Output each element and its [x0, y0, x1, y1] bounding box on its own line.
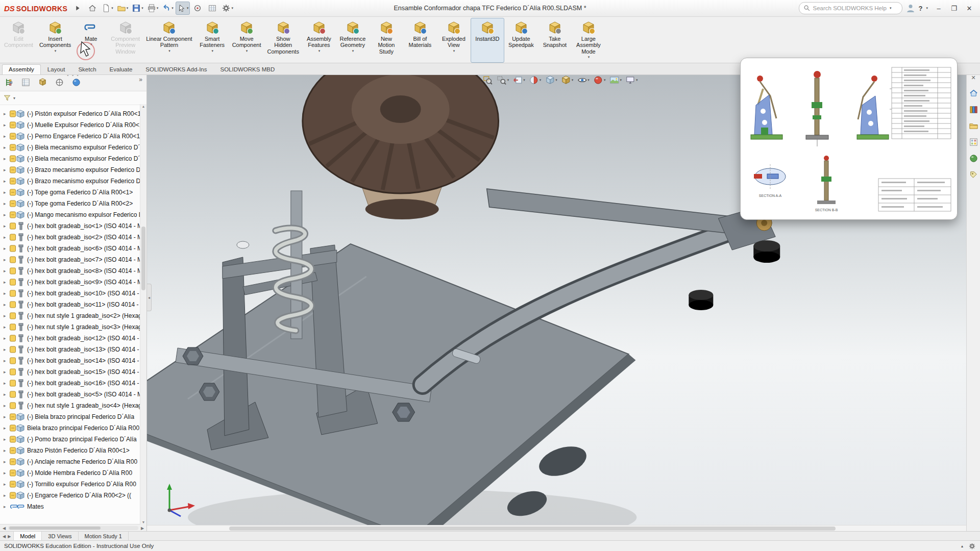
view-orientation-button[interactable]: ▾: [544, 74, 558, 86]
tree-horizontal-scrollbar[interactable]: ◀ ▶: [0, 524, 146, 532]
document-tab[interactable]: Model: [14, 532, 42, 541]
help-button[interactable]: ?: [919, 5, 923, 12]
expander-icon[interactable]: ▸: [4, 212, 9, 217]
expander-icon[interactable]: ▸: [4, 156, 9, 161]
new-doc-button[interactable]: ▾: [100, 2, 115, 15]
user-account-icon[interactable]: [905, 3, 916, 13]
reference-geometry-button[interactable]: Reference Geometry ▾: [336, 18, 370, 63]
expander-icon[interactable]: ▸: [4, 223, 9, 229]
tree-item[interactable]: ▸ (-) Biela mecanismo expulsor Federico …: [0, 153, 146, 164]
expander-icon[interactable]: ▸: [4, 122, 9, 128]
tree-item[interactable]: ▸ (-) Engarce Federico D´Alía R00<2> ((: [0, 490, 146, 501]
options-button[interactable]: ▾: [220, 2, 235, 15]
tree-item[interactable]: ▸ (-) Brazo mecanismo expulsor Federico …: [0, 176, 146, 187]
tree-item[interactable]: ▸ (-) Perno Engarce Federico D´Alía R00<…: [0, 131, 146, 142]
expander-icon[interactable]: ▸: [4, 448, 9, 453]
tree-item[interactable]: ▸ (-) Tope goma Federico D´Alía R00<1>: [0, 187, 146, 198]
tree-item[interactable]: ▸ (-) hex nut style 1 gradeab_iso<3> (He…: [0, 321, 146, 333]
linear-component-pattern-button[interactable]: Linear Component Pattern ▾: [143, 18, 195, 63]
home-button[interactable]: [85, 2, 100, 15]
expander-icon[interactable]: ▸: [4, 336, 9, 341]
view-settings-button[interactable]: ▾: [624, 74, 639, 86]
bill-of-materials-button[interactable]: Bill of Materials: [403, 18, 437, 63]
expander-icon[interactable]: ▸: [4, 257, 9, 262]
tree-item[interactable]: ▸ (-) hex bolt gradeab_iso<16> (ISO 4014…: [0, 378, 146, 389]
tree-item[interactable]: ▸ (-) hex bolt gradeab_iso<5> (ISO 4014 …: [0, 389, 146, 400]
hide-show-button[interactable]: ▾: [576, 74, 591, 86]
panel-chevron[interactable]: »: [139, 76, 142, 83]
select-button[interactable]: ▾: [176, 2, 190, 15]
command-tab[interactable]: SOLIDWORKS Add-Ins: [139, 64, 213, 74]
expander-icon[interactable]: ▸: [4, 134, 9, 139]
tree-item[interactable]: ▸ (-) hex bolt gradeab_iso<11> (ISO 4014…: [0, 299, 146, 310]
minimize-button[interactable]: –: [931, 2, 946, 15]
expander-icon[interactable]: ▸: [4, 179, 9, 184]
expander-icon[interactable]: ▸: [4, 190, 9, 195]
tree-item[interactable]: ▸ (-) hex bolt gradeab_iso<9> (ISO 4014 …: [0, 277, 146, 288]
doc-tabs-right-arrow[interactable]: ▶: [8, 534, 11, 539]
expander-icon[interactable]: ▸: [4, 347, 9, 352]
rubber-stop[interactable]: [753, 240, 780, 263]
command-tab[interactable]: Sketch: [71, 64, 103, 74]
tree-item[interactable]: ▸ (-) hex bolt gradeab_iso<6> (ISO 4014 …: [0, 243, 146, 254]
expander-icon[interactable]: ▸: [4, 167, 9, 172]
print-button[interactable]: ▾: [145, 2, 160, 15]
feature-manager-tab[interactable]: [71, 78, 81, 87]
expander-icon[interactable]: ▸: [4, 201, 9, 206]
h-scroll-thumb[interactable]: [9, 527, 101, 530]
tree-item[interactable]: ▸ (-) Brazo mecanismo expulsor Federico …: [0, 164, 146, 176]
tree-item[interactable]: ▸ (-) hex bolt gradeab_iso<13> (ISO 4014…: [0, 344, 146, 355]
command-tab[interactable]: Assembly: [2, 64, 41, 74]
tree-item[interactable]: ▸ (-) hex bolt gradeab_iso<12> (ISO 4014…: [0, 333, 146, 344]
task-pane-tab[interactable]: [969, 105, 978, 114]
task-pane-tab[interactable]: [969, 170, 978, 180]
tree-item[interactable]: ▸ (-) hex bolt gradeab_iso<2> (ISO 4014 …: [0, 232, 146, 243]
expander-icon[interactable]: ▸: [4, 246, 9, 251]
tree-item[interactable]: ▸ Biela brazo principal Federico D´Alía …: [0, 422, 146, 434]
tree-item[interactable]: ▸ (-) Biela mecanismo expulsor Federico …: [0, 142, 146, 153]
tree-item[interactable]: ▸ (-) hex nut style 1 gradeab_iso<2> (He…: [0, 310, 146, 321]
units-caret[interactable]: ▴: [961, 544, 963, 548]
rubber-stop[interactable]: [689, 290, 713, 310]
tree-item[interactable]: ▸ Brazo Pistón Federico D´Alía R00<1>: [0, 445, 146, 456]
tree-item[interactable]: ▸ (-) Pistón expulsor Federico D´Alía R0…: [0, 108, 146, 119]
filter-icon[interactable]: [3, 94, 11, 102]
take-snapshot-button[interactable]: Take Snapshot: [538, 18, 572, 63]
move-component-button[interactable]: Move Component ▾: [229, 18, 264, 63]
tree-item[interactable]: ▸ (-) hex bolt gradeab_iso<14> (ISO 4014…: [0, 355, 146, 366]
task-pane-tab[interactable]: [969, 88, 978, 98]
task-pane-tab[interactable]: [969, 137, 978, 147]
tree-item[interactable]: ▸ (-) hex bolt gradeab_iso<1> (ISO 4014 …: [0, 220, 146, 232]
expander-icon[interactable]: ▸: [4, 324, 9, 330]
expander-icon[interactable]: ▸: [4, 459, 9, 464]
undo-button[interactable]: ▾: [160, 2, 175, 15]
feature-manager-tab[interactable]: [55, 78, 64, 87]
expander-icon[interactable]: ▸: [4, 504, 9, 509]
scroll-up-arrow[interactable]: ▲: [140, 105, 146, 108]
tree-item[interactable]: ▸ (-) Biela brazo principal Federico D´A…: [0, 411, 146, 422]
expander-icon[interactable]: ▸: [4, 291, 9, 296]
h-scroll-track[interactable]: [8, 526, 138, 530]
save-button[interactable]: ▾: [130, 2, 145, 15]
expander-icon[interactable]: ▸: [4, 437, 9, 442]
previous-view-button[interactable]: ▾: [511, 74, 526, 86]
zoom-area-button[interactable]: ▾: [496, 74, 510, 86]
help-dropdown-caret[interactable]: ▾: [926, 6, 928, 10]
tree-item[interactable]: ▸ (-) Pomo brazo principal Federico D´Al…: [0, 434, 146, 445]
tree-item[interactable]: ▸ (-) hex bolt gradeab_iso<7> (ISO 4014 …: [0, 254, 146, 265]
expander-icon[interactable]: ▸: [4, 414, 9, 419]
assembly-features-button[interactable]: Assembly Features ▾: [302, 18, 336, 63]
viewport-h-scroll-thumb[interactable]: [229, 527, 836, 531]
feature-manager-tab[interactable]: [38, 78, 47, 87]
appearance-button[interactable]: ▾: [592, 74, 607, 86]
command-tab[interactable]: SOLIDWORKS MBD: [213, 64, 281, 74]
tree-item[interactable]: ▸ (-) Mango mecanismo expulsor Federico …: [0, 209, 146, 220]
tree-item[interactable]: ▸ (-) Tornillo expulsor Federico D´Alía …: [0, 479, 146, 490]
exploded-view-button[interactable]: Exploded View ▾: [437, 18, 471, 63]
command-tab[interactable]: Evaluate: [103, 64, 139, 74]
tree-item[interactable]: ▸ (-) hex bolt gradeab_iso<10> (ISO 4014…: [0, 288, 146, 299]
tree-item[interactable]: ▸ (-) hex bolt gradeab_iso<8> (ISO 4014 …: [0, 265, 146, 277]
play-button[interactable]: [70, 2, 85, 15]
show-hidden-components-button[interactable]: Show Hidden Components: [264, 18, 302, 63]
expander-icon[interactable]: ▸: [4, 235, 9, 240]
